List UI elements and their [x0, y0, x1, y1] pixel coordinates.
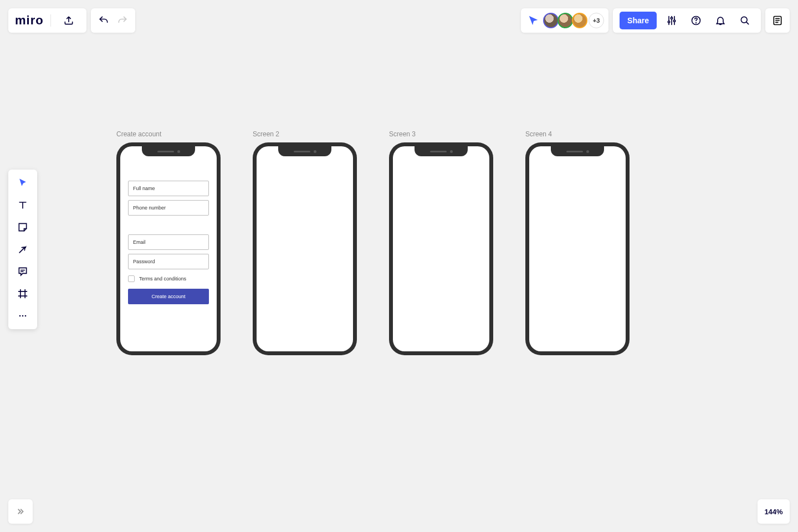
phone-screen: [529, 146, 626, 351]
sticky-note-tool[interactable]: [8, 216, 37, 238]
frame-label: Create account: [116, 130, 221, 138]
left-toolbar: [8, 170, 37, 329]
undo-icon: [98, 15, 109, 26]
redo-button[interactable]: [113, 8, 132, 33]
logo-panel: miro: [8, 8, 86, 33]
phone-notch: [278, 146, 331, 156]
phone-frame[interactable]: [525, 142, 630, 355]
svg-point-6: [25, 315, 27, 317]
phone-screen: Full name Phone number Email Password Te…: [120, 146, 217, 351]
more-tools[interactable]: [8, 305, 37, 327]
avatar-more[interactable]: +3: [589, 13, 604, 28]
frame-icon: [17, 288, 28, 299]
phone-screen: [257, 146, 353, 351]
text-tool[interactable]: [8, 194, 37, 216]
cursor-collab-icon[interactable]: [528, 14, 540, 27]
text-icon: [17, 200, 28, 211]
frame-label: Screen 4: [525, 130, 630, 138]
select-tool[interactable]: [8, 172, 37, 194]
search-button[interactable]: [735, 8, 754, 33]
undo-redo-panel: [91, 8, 135, 33]
sticky-note-icon: [17, 222, 28, 233]
frame-group: Create account Full name Phone number Em…: [116, 130, 630, 355]
arrow-icon: [17, 244, 28, 255]
create-account-form: Full name Phone number Email Password Te…: [120, 146, 217, 304]
more-icon: [17, 310, 28, 321]
phone-number-field[interactable]: Phone number: [128, 200, 209, 216]
full-name-field[interactable]: Full name: [128, 181, 209, 196]
phone-notch: [551, 146, 604, 156]
settings-button[interactable]: [662, 8, 681, 33]
export-button[interactable]: [58, 8, 80, 33]
redo-icon: [117, 15, 128, 26]
phone-notch: [142, 146, 195, 156]
password-field[interactable]: Password: [128, 254, 209, 269]
phone-frame[interactable]: [389, 142, 493, 355]
topbar-left: miro: [8, 8, 135, 33]
avatar-1[interactable]: [543, 13, 559, 28]
frame-screen-3[interactable]: Screen 3: [389, 130, 493, 355]
email-field[interactable]: Email: [128, 234, 209, 250]
expand-panel-button[interactable]: [8, 499, 33, 524]
upload-icon: [63, 15, 74, 26]
topbar-right: +3 Share: [521, 8, 790, 33]
share-button[interactable]: Share: [620, 12, 657, 29]
svg-point-5: [22, 315, 24, 317]
comment-tool[interactable]: [8, 260, 37, 283]
terms-label: Terms and conditions: [139, 276, 186, 282]
spacer: [128, 219, 209, 234]
chevrons-right-icon: [16, 507, 25, 516]
cursor-icon: [17, 177, 28, 188]
arrow-tool[interactable]: [8, 238, 37, 260]
frame-create-account[interactable]: Create account Full name Phone number Em…: [116, 130, 221, 355]
notes-icon: [772, 15, 783, 26]
miro-logo[interactable]: miro: [15, 13, 44, 28]
frame-screen-2[interactable]: Screen 2: [253, 130, 357, 355]
notifications-button[interactable]: [711, 8, 730, 33]
avatar-2[interactable]: [557, 13, 573, 28]
phone-screen: [393, 146, 489, 351]
share-panel: Share: [613, 8, 761, 33]
search-icon: [739, 15, 750, 26]
help-button[interactable]: [687, 8, 705, 33]
phone-notch: [415, 146, 468, 156]
canvas[interactable]: Create account Full name Phone number Em…: [0, 0, 798, 532]
terms-checkbox[interactable]: [128, 275, 135, 282]
frame-label: Screen 2: [253, 130, 357, 138]
avatar-3[interactable]: [572, 13, 587, 28]
notes-button[interactable]: [765, 8, 790, 33]
frame-tool[interactable]: [8, 283, 37, 305]
undo-button[interactable]: [94, 8, 113, 33]
collab-panel: +3: [521, 8, 608, 33]
divider: [50, 14, 51, 27]
create-account-button[interactable]: Create account: [128, 289, 209, 304]
help-icon: [690, 15, 702, 26]
comment-icon: [17, 266, 28, 277]
terms-row[interactable]: Terms and conditions: [128, 275, 209, 282]
zoom-level[interactable]: 144%: [758, 499, 790, 524]
svg-point-4: [19, 315, 21, 317]
bottom-left: [8, 499, 33, 524]
phone-frame[interactable]: Full name Phone number Email Password Te…: [116, 142, 221, 355]
svg-point-1: [696, 23, 697, 23]
frame-screen-4[interactable]: Screen 4: [525, 130, 630, 355]
phone-frame[interactable]: [253, 142, 357, 355]
frame-label: Screen 3: [389, 130, 493, 138]
sliders-icon: [666, 15, 677, 26]
bell-icon: [715, 15, 726, 26]
